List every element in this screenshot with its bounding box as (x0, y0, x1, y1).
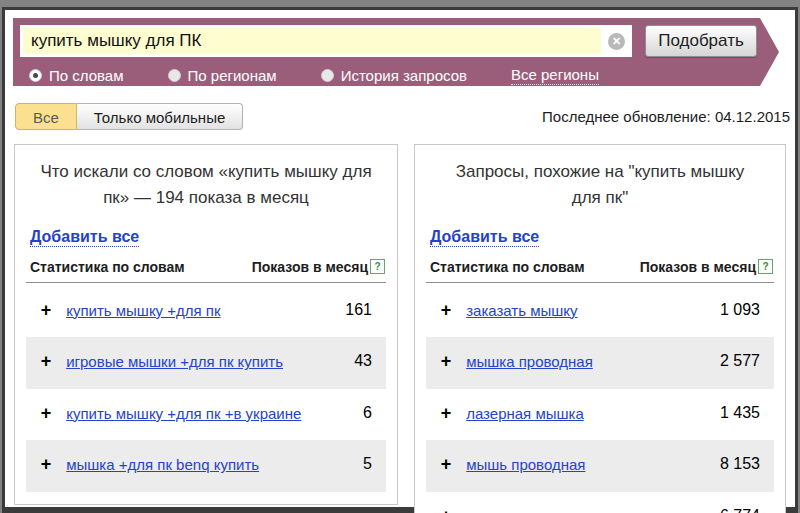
table-row: 161 + купить мышку +для пк (26, 286, 386, 338)
all-regions-link[interactable]: Все регионы (511, 66, 599, 85)
impressions-value: 5 (363, 450, 372, 478)
table-row: 6 + купить мышку +для пк +в украине (26, 389, 386, 441)
page-frame: ✕ Подобрать По словам По регионам Истори… (2, 7, 798, 513)
keyword-link[interactable]: купить мышку +для пк +в украине (66, 405, 301, 422)
table-header: Статистика по словам Показов в месяц ? (26, 249, 386, 283)
radio-by-words-label: По словам (49, 67, 124, 84)
add-all-link[interactable]: Добавить все (30, 228, 139, 247)
panel-title: Запросы, похожие на "купить мышку для пк… (426, 155, 774, 218)
clear-search-icon[interactable]: ✕ (608, 33, 625, 50)
search-input[interactable] (23, 28, 601, 54)
panel-title: Что искали со словом «купить мышку для п… (26, 155, 386, 218)
col-impressions-label: Показов в месяц ? (252, 259, 385, 275)
radio-selected-icon[interactable] (29, 69, 42, 82)
last-update-label: Последнее обновление: 04.12.2015 (542, 108, 790, 125)
keyword-link[interactable]: мышка проводная (466, 353, 593, 370)
col-keyword-label: Статистика по словам (30, 259, 185, 275)
table-row: 5 + мышка +для пк benq купить (26, 440, 386, 492)
table-header: Статистика по словам Показов в месяц ? (426, 249, 774, 283)
table-row: 1 093 + заказать мышку (426, 286, 774, 338)
radio-by-regions[interactable]: По регионам (168, 67, 277, 84)
panel-similar-queries: Запросы, похожие на "купить мышку для пк… (414, 144, 786, 513)
table-row: 2 577 + мышка проводная (426, 337, 774, 389)
toolbar-row: Все Только мобильные Последнее обновлени… (15, 103, 790, 130)
table-rows: 161 + купить мышку +для пк 43 + игровые … (26, 286, 386, 492)
impressions-value: 161 (345, 296, 372, 324)
keyword-link[interactable]: заказать мышку (466, 302, 577, 319)
impressions-value: 6 774 (720, 502, 760, 513)
radio-unselected-icon[interactable] (321, 69, 334, 82)
tab-mobile-only[interactable]: Только мобильные (77, 103, 243, 130)
add-keyword-plus-icon[interactable]: + (30, 398, 62, 430)
help-icon[interactable]: ? (758, 259, 773, 274)
keyword-link[interactable]: мышь проводная (466, 456, 585, 473)
add-keyword-plus-icon[interactable]: + (430, 449, 462, 481)
search-header: ✕ Подобрать По словам По регионам Истори… (13, 18, 760, 86)
add-all-link[interactable]: Добавить все (430, 228, 539, 247)
impressions-value: 43 (354, 347, 372, 375)
impressions-value: 1 435 (720, 399, 760, 427)
add-keyword-plus-icon[interactable]: + (30, 295, 62, 327)
radio-query-history[interactable]: История запросов (321, 67, 467, 84)
submit-button[interactable]: Подобрать (645, 25, 757, 57)
search-options-row: По словам По регионам История запросов В… (13, 57, 760, 85)
add-keyword-plus-icon[interactable]: + (430, 346, 462, 378)
impressions-value: 6 (363, 399, 372, 427)
add-keyword-plus-icon[interactable]: + (430, 398, 462, 430)
keyword-link[interactable]: купить мышку +для пк (66, 302, 220, 319)
table-row: 43 + игровые мышки +для пк купить (26, 337, 386, 389)
impressions-value: 2 577 (720, 347, 760, 375)
col-impressions-text: Показов в месяц (252, 259, 368, 275)
col-keyword-label: Статистика по словам (430, 259, 585, 275)
add-keyword-plus-icon[interactable]: + (430, 295, 462, 327)
help-icon[interactable]: ? (370, 259, 385, 274)
add-keyword-plus-icon[interactable]: + (30, 346, 62, 378)
impressions-value: 8 153 (720, 450, 760, 478)
result-panels: Что искали со словом «купить мышку для п… (14, 144, 787, 513)
search-input-wrap: ✕ (20, 25, 632, 57)
device-tabs: Все Только мобильные (15, 103, 243, 130)
add-keyword-plus-icon[interactable]: + (430, 501, 462, 513)
table-rows: 1 093 + заказать мышку 2 577 + мышка про… (426, 286, 774, 513)
header-arrow-shape (760, 18, 779, 86)
impressions-value: 1 093 (720, 296, 760, 324)
table-row: 6 774 + мышка цена (426, 492, 774, 513)
radio-by-regions-label: По регионам (188, 67, 277, 84)
table-row: 1 435 + лазерная мышка (426, 389, 774, 441)
tab-all[interactable]: Все (15, 103, 77, 130)
table-row: 8 153 + мышь проводная (426, 440, 774, 492)
col-impressions-text: Показов в месяц (640, 259, 756, 275)
keyword-link[interactable]: мышка +для пк benq купить (66, 456, 259, 473)
radio-unselected-icon[interactable] (168, 69, 181, 82)
radio-query-history-label: История запросов (341, 67, 467, 84)
radio-by-words[interactable]: По словам (29, 67, 124, 84)
add-keyword-plus-icon[interactable]: + (30, 449, 62, 481)
keyword-link[interactable]: лазерная мышка (466, 405, 584, 422)
keyword-link[interactable]: игровые мышки +для пк купить (66, 353, 283, 370)
col-impressions-label: Показов в месяц ? (640, 259, 773, 275)
search-row: ✕ Подобрать (13, 18, 760, 57)
panel-what-searched: Что искали со словом «купить мышку для п… (14, 144, 398, 505)
keyword-link[interactable]: мышка цена (466, 508, 552, 513)
